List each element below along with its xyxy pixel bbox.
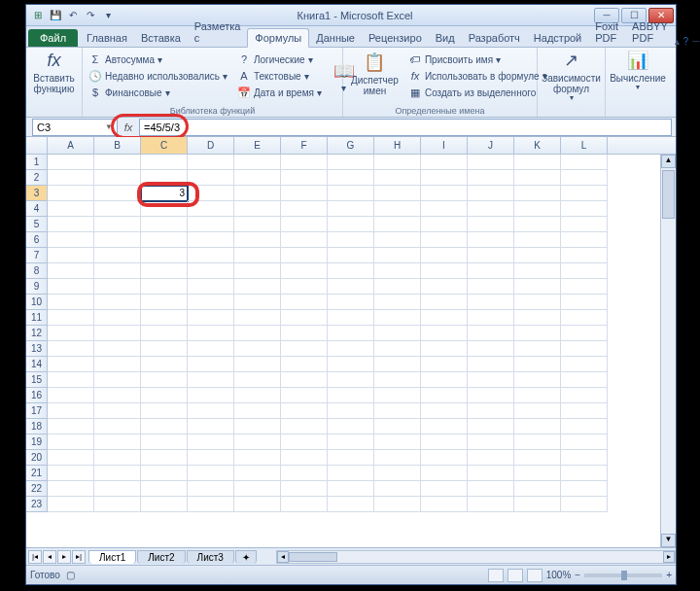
cell-B7[interactable] (94, 248, 141, 263)
cell-A19[interactable] (48, 435, 94, 450)
cell-L12[interactable] (561, 326, 608, 341)
cell-G21[interactable] (328, 466, 374, 481)
cell-G14[interactable] (328, 357, 374, 372)
tab-foxit[interactable]: Foxit PDF (588, 17, 625, 47)
sheet-nav-last[interactable]: ▸| (72, 550, 86, 564)
cell-D20[interactable] (188, 450, 234, 466)
cell-K18[interactable] (514, 419, 561, 435)
horizontal-scrollbar[interactable]: ◂ ▸ (276, 550, 676, 564)
zoom-knob[interactable] (621, 571, 627, 580)
cell-D10[interactable] (188, 295, 234, 310)
cell-L4[interactable] (561, 201, 608, 217)
cell-C4[interactable] (141, 201, 188, 217)
tab-developer[interactable]: Разработч (462, 29, 527, 47)
cell-H20[interactable] (374, 450, 421, 466)
zoom-out-button[interactable]: − (575, 570, 580, 580)
col-header-A[interactable]: A (48, 137, 94, 154)
cell-G8[interactable] (328, 263, 374, 279)
row-header-7[interactable]: 7 (26, 248, 48, 263)
cell-G10[interactable] (328, 295, 374, 310)
cell-K6[interactable] (514, 232, 561, 248)
sheet-tab-3[interactable]: Лист3 (187, 550, 234, 564)
cell-C9[interactable] (141, 279, 188, 295)
cell-B16[interactable] (94, 388, 141, 403)
use-in-formula-button[interactable]: fxИспользовать в формуле ▾ (406, 68, 549, 84)
cell-C6[interactable] (141, 232, 188, 248)
create-from-selection-button[interactable]: ▦Создать из выделенного (406, 85, 549, 100)
cell-A21[interactable] (48, 466, 94, 481)
cell-B21[interactable] (94, 466, 141, 481)
doc-minimize-icon[interactable]: ─ (692, 36, 699, 47)
cell-K16[interactable] (514, 388, 561, 403)
cell-A8[interactable] (48, 263, 94, 279)
cell-A22[interactable] (48, 481, 94, 497)
vertical-scrollbar[interactable]: ▲ ▼ (660, 155, 676, 547)
row-header-17[interactable]: 17 (26, 403, 48, 419)
hscroll-thumb[interactable] (289, 552, 337, 562)
cell-G2[interactable] (328, 170, 374, 186)
cell-H1[interactable] (374, 155, 421, 170)
cell-E17[interactable] (234, 403, 281, 419)
cell-G16[interactable] (328, 388, 374, 403)
row-header-2[interactable]: 2 (26, 170, 48, 186)
sheet-nav-prev[interactable]: ◂ (43, 550, 56, 564)
cell-J15[interactable] (468, 372, 514, 388)
cell-G18[interactable] (328, 419, 374, 435)
col-header-F[interactable]: F (281, 137, 328, 154)
scroll-right-icon[interactable]: ▸ (663, 551, 675, 563)
cell-D15[interactable] (188, 372, 234, 388)
cell-E4[interactable] (234, 201, 281, 217)
scroll-up-icon[interactable]: ▲ (661, 155, 676, 168)
cell-J7[interactable] (468, 248, 514, 263)
cell-F6[interactable] (281, 232, 328, 248)
cell-C21[interactable] (141, 466, 188, 481)
cell-F17[interactable] (281, 403, 328, 419)
cell-J23[interactable] (468, 497, 514, 512)
cell-A23[interactable] (48, 497, 94, 512)
row-header-21[interactable]: 21 (26, 466, 48, 481)
sheet-tab-2[interactable]: Лист2 (137, 550, 185, 564)
cell-I2[interactable] (421, 170, 468, 186)
cell-C20[interactable] (141, 450, 188, 466)
cell-B12[interactable] (94, 326, 141, 341)
cell-G12[interactable] (328, 326, 374, 341)
cell-E13[interactable] (234, 341, 281, 357)
cell-A11[interactable] (48, 310, 94, 326)
cell-D9[interactable] (188, 279, 234, 295)
macro-record-icon[interactable]: ▢ (66, 570, 75, 580)
cell-B15[interactable] (94, 372, 141, 388)
row-header-19[interactable]: 19 (26, 435, 48, 450)
cell-D21[interactable] (188, 466, 234, 481)
cell-L20[interactable] (561, 450, 608, 466)
cell-J4[interactable] (468, 201, 514, 217)
row-header-8[interactable]: 8 (26, 263, 48, 279)
cell-A2[interactable] (48, 170, 94, 186)
cell-B18[interactable] (94, 419, 141, 435)
cell-E3[interactable] (234, 186, 281, 201)
cell-L7[interactable] (561, 248, 608, 263)
cell-A18[interactable] (48, 419, 94, 435)
cell-F16[interactable] (281, 388, 328, 403)
cell-K21[interactable] (514, 466, 561, 481)
cell-F19[interactable] (281, 435, 328, 450)
cell-K9[interactable] (514, 279, 561, 295)
cell-I23[interactable] (421, 497, 468, 512)
sheet-tab-1[interactable]: Лист1 (88, 550, 136, 564)
cell-F18[interactable] (281, 419, 328, 435)
cell-C10[interactable] (141, 295, 188, 310)
row-header-11[interactable]: 11 (26, 310, 48, 326)
cell-E5[interactable] (234, 217, 281, 232)
cell-C16[interactable] (141, 388, 188, 403)
cell-B3[interactable] (94, 186, 141, 201)
cell-E18[interactable] (234, 419, 281, 435)
cell-L3[interactable] (561, 186, 608, 201)
cell-J12[interactable] (468, 326, 514, 341)
cell-A5[interactable] (48, 217, 94, 232)
cell-E16[interactable] (234, 388, 281, 403)
tab-addins[interactable]: Надстрой (527, 29, 588, 47)
cell-L14[interactable] (561, 357, 608, 372)
row-header-1[interactable]: 1 (26, 155, 48, 170)
cell-G23[interactable] (328, 497, 374, 512)
cell-I22[interactable] (421, 481, 468, 497)
cell-H13[interactable] (374, 341, 421, 357)
